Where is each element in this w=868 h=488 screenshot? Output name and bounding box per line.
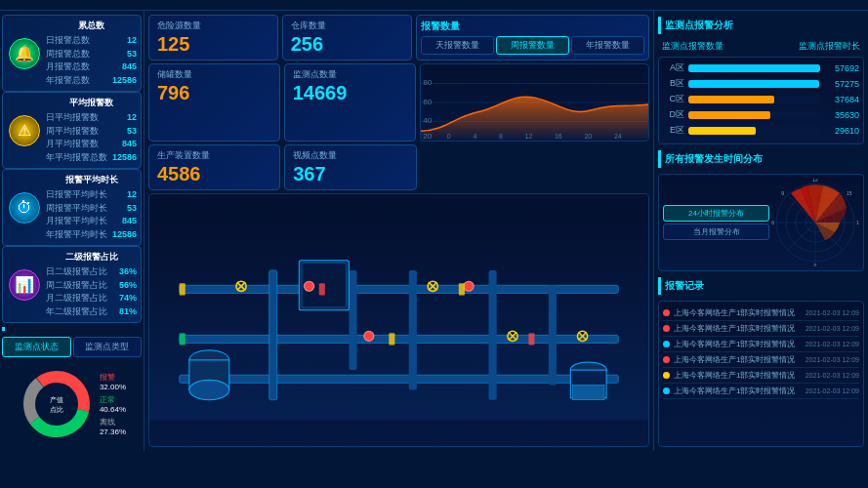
stat-cards: 🔔 累总数 日报警总数 12 周报警总数 53 月报警总数 845 年报警总数 … [2, 15, 142, 323]
svg-text:点比: 点比 [50, 406, 63, 414]
stat-row-label: 月报警总数 [46, 61, 90, 74]
polar-tab-24h[interactable]: 24小时报警分布 [663, 205, 769, 222]
metric-monitor: 监测点数量 14669 [284, 63, 416, 142]
page-title [0, 0, 868, 11]
svg-text:40: 40 [423, 117, 432, 125]
pipeline-diagram [148, 193, 649, 447]
log-item: 上海今客网络生产1部实时报警情况 2021-02-03 12:09 [663, 305, 859, 321]
polar-chart-svg: 12 18 0 6 15 9 [771, 179, 859, 266]
metric-monitor-label: 监测点数量 [293, 68, 407, 81]
bar-label: C区 [663, 93, 684, 105]
log-item: 上海今客网络生产1部实时报警情况 2021-02-03 12:09 [663, 352, 859, 368]
bar-value: 57275 [824, 79, 859, 89]
metrics-row-bot: 生产装置数量 4586 视频点数量 367 [148, 144, 649, 190]
stat-row-label: 周平均报警数 [46, 125, 99, 139]
metric-production: 生产装置数量 4586 [148, 144, 280, 190]
stat-title-duration: 报警平均时长 [46, 174, 137, 186]
log-item: 上海今客网络生产1部实时报警情况 2021-02-03 12:09 [663, 368, 859, 384]
stat-row: 月报警总数 845 [46, 61, 137, 74]
bar-value: 57692 [824, 63, 859, 73]
alert-tab-week[interactable]: 周报警数量 [496, 36, 569, 55]
log-text: 上海今客网络生产1部实时报警情况 [674, 323, 802, 334]
stat-icon-avg: ⚠ [9, 115, 40, 146]
stat-icon-total: 🔔 [9, 38, 40, 69]
stat-row-value: 36% [119, 265, 137, 279]
log-time: 2021-02-03 12:09 [806, 341, 859, 347]
log-text: 上海今客网络生产1部实时报警情况 [674, 386, 802, 396]
bar-row: B区 57275 [663, 77, 859, 90]
log-time: 2021-02-03 12:09 [806, 387, 859, 394]
metric-production-value: 4586 [157, 162, 271, 185]
alert-tab-year[interactable]: 年报警数量 [571, 36, 644, 55]
metrics-row-mid: 储罐数量 796 监测点数量 14669 [148, 63, 649, 142]
stat-row-value: 12 [127, 111, 137, 125]
monitor-tab-1[interactable]: 监测点类型 [73, 337, 143, 357]
stat-row-label: 月二级报警占比 [46, 292, 107, 305]
bar-row: C区 37684 [663, 93, 859, 105]
stat-row-label: 年平均报警总数 [46, 151, 107, 165]
log-time: 2021-02-03 12:09 [806, 325, 859, 332]
stat-row-value: 53 [127, 125, 137, 139]
svg-point-41 [464, 281, 474, 291]
alert-tab-day[interactable]: 天报警数量 [421, 36, 494, 55]
metric-tank-label: 储罐数量 [157, 68, 271, 81]
stat-row-value: 12 [127, 188, 137, 202]
stat-row: 年报警平均时长 12586 [46, 228, 137, 242]
stat-card-level2: 📊 二级报警占比 日二级报警占比 36% 周二级报警占比 56% 月二级报警占比… [2, 246, 142, 323]
svg-rect-21 [349, 270, 356, 370]
stat-rows-total: 累总数 日报警总数 12 周报警总数 53 月报警总数 845 年报警总数 12… [46, 20, 137, 87]
stat-row-value: 12 [127, 34, 137, 48]
bar-value: 35630 [824, 110, 859, 120]
monitor-tabs[interactable]: 监测点状态监测点类型 [2, 337, 142, 357]
bar-track [688, 96, 820, 103]
metric-video-label: 视频点数量 [293, 149, 407, 162]
bar-track [688, 111, 820, 119]
log-dot [663, 309, 670, 316]
metrics-row-top: 危险源数量 125 仓库数量 256 报警数量 天报警数量 周报警数量 年报警数… [148, 15, 649, 61]
donut-label-normal: 正常40.64% [100, 394, 126, 414]
stat-row: 年报警总数 12586 [46, 74, 137, 88]
stat-row: 周报警总数 53 [46, 48, 137, 61]
alert-tabs-top[interactable]: 天报警数量 周报警数量 年报警数量 [421, 36, 645, 55]
metric-video-value: 367 [293, 162, 407, 185]
bar-track [688, 64, 820, 72]
bar-row: D区 35630 [663, 108, 859, 121]
line-chart-svg: 80 60 40 20 [421, 64, 649, 141]
stat-row-label: 年二级报警占比 [46, 305, 107, 319]
stat-title-avg: 平均报警数 [46, 97, 137, 109]
svg-rect-24 [549, 285, 557, 385]
stat-icon-level2: 📊 [9, 269, 40, 301]
stat-row-value: 845 [122, 61, 137, 74]
svg-point-45 [189, 380, 229, 399]
stat-title-level2: 二级报警占比 [46, 251, 137, 264]
stat-row-label: 日平均报警数 [46, 111, 99, 125]
log-dot [663, 372, 670, 379]
log-time: 2021-02-03 12:09 [806, 356, 859, 363]
bar-value: 29610 [824, 126, 859, 136]
log-item: 上海今客网络生产1部实时报警情况 2021-02-03 12:09 [663, 321, 859, 337]
stat-row-value: 74% [119, 292, 137, 305]
stat-row-label: 月平均报警数 [46, 138, 99, 151]
metric-hazard-label: 危险源数量 [157, 20, 269, 32]
bar-track [688, 80, 820, 88]
log-text: 上海今客网络生产1部实时报警情况 [674, 354, 802, 365]
stat-row: 日平均报警数 12 [46, 111, 137, 125]
stat-row-label: 周报警总数 [46, 48, 90, 61]
bar-label: A区 [663, 61, 684, 74]
stat-row: 月二级报警占比 74% [46, 292, 137, 305]
polar-tab-month[interactable]: 当月报警分布 [663, 224, 769, 240]
stat-row-value: 56% [119, 279, 137, 293]
monitor-tab-0[interactable]: 监测点状态 [2, 337, 71, 357]
metric-warehouse: 仓库数量 256 [282, 15, 412, 61]
donut-label-alert: 报警32.00% [100, 372, 126, 391]
donut-label-offline: 离线27.36% [100, 417, 126, 436]
svg-rect-23 [488, 270, 496, 400]
metric-production-label: 生产装置数量 [157, 149, 271, 162]
stat-row-label: 周二级报警占比 [46, 279, 107, 293]
svg-rect-52 [180, 333, 186, 345]
svg-text:80: 80 [423, 79, 432, 87]
donut-chart: 产值 点比 [18, 365, 96, 443]
svg-text:18: 18 [856, 220, 859, 225]
stat-card-total: 🔔 累总数 日报警总数 12 周报警总数 53 月报警总数 845 年报警总数 … [2, 15, 142, 92]
stat-row-label: 年报警平均时长 [46, 228, 107, 242]
